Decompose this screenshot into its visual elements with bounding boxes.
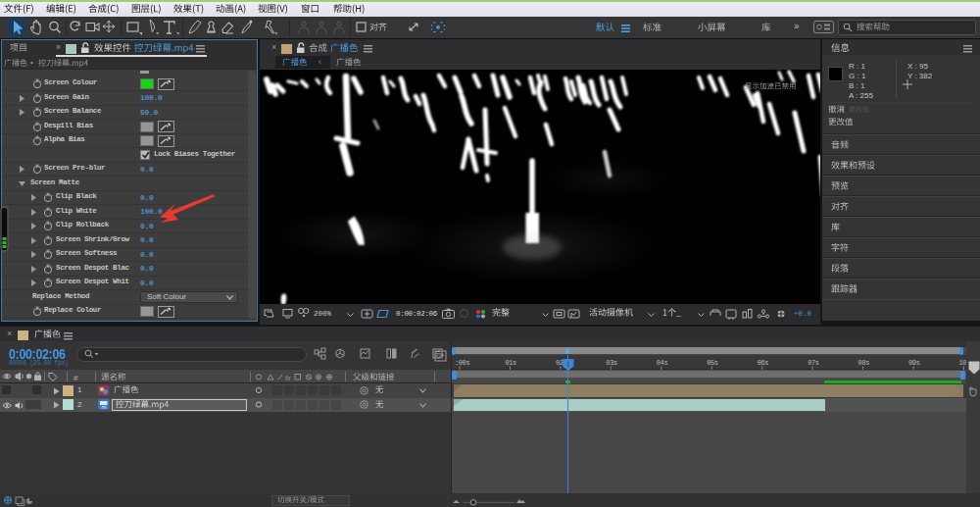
svg-text:09s: 09s: [908, 358, 920, 366]
svg-text:04s: 04s: [657, 358, 668, 366]
svg-text:07s: 07s: [808, 358, 819, 366]
svg-text:03s: 03s: [606, 358, 617, 366]
svg-text:06s: 06s: [758, 358, 769, 366]
svg-text::00s: :00s: [455, 358, 469, 366]
svg-text:01s: 01s: [505, 358, 516, 366]
svg-text:10s: 10s: [959, 358, 967, 366]
svg-text:05s: 05s: [707, 358, 718, 366]
svg-text:#: #: [74, 374, 78, 382]
svg-text:08s: 08s: [858, 358, 870, 366]
svg-text:fx: fx: [285, 375, 291, 381]
